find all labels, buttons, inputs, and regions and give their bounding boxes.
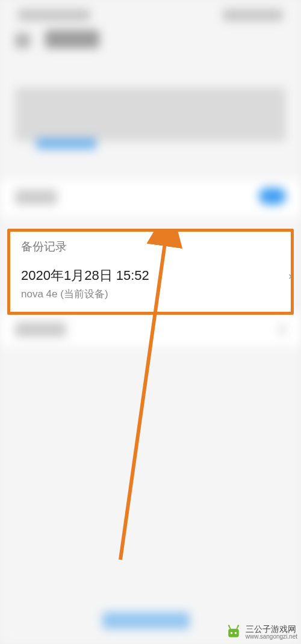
backup-date: 2020年1月28日 15:52 — [21, 267, 280, 285]
statusbar-right-blur — [223, 9, 283, 21]
link-blur — [36, 138, 96, 149]
page-title-blur — [45, 30, 99, 48]
toggle-switch-blur — [259, 188, 286, 205]
svg-point-8 — [237, 625, 239, 627]
svg-point-7 — [228, 625, 230, 627]
svg-rect-2 — [228, 629, 239, 637]
bottom-row-label-blur — [15, 322, 66, 337]
backup-section-title: 备份记录 — [21, 239, 280, 255]
watermark-site-name: 三公子游戏网 — [246, 624, 297, 634]
back-icon-blur — [15, 33, 30, 48]
backup-record-card[interactable]: 备份记录 2020年1月28日 15:52 nova 4e (当前设备) › — [7, 229, 294, 315]
toggle-label-blur — [15, 190, 57, 205]
watermark-robot-icon — [225, 624, 242, 640]
backup-device-name: nova 4e (当前设备) — [21, 287, 280, 301]
svg-point-3 — [231, 632, 233, 634]
blurred-background — [0, 0, 301, 644]
watermark: 三公子游戏网 www.sangongzi.net — [225, 624, 297, 640]
bottom-row-chevron-blur — [279, 325, 286, 334]
svg-point-4 — [235, 632, 237, 634]
description-blur — [15, 87, 286, 141]
chevron-right-icon: › — [288, 270, 292, 282]
statusbar-left-blur — [18, 9, 90, 21]
bottom-button-blur — [102, 612, 190, 629]
watermark-site-url: www.sangongzi.net — [246, 633, 297, 640]
